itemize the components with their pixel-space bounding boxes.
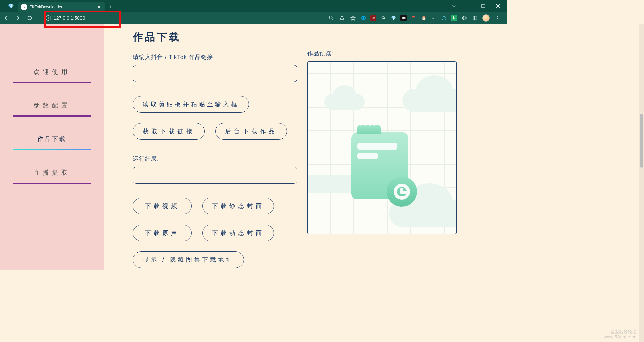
download-video-button[interactable]: 下载视频 — [133, 198, 192, 214]
preview-column: 作品预览: — [307, 30, 457, 270]
toggle-album-button[interactable]: 显示 / 隐藏图集下载地址 — [133, 251, 244, 268]
preview-label: 作品预览: — [307, 50, 457, 57]
paste-clipboard-button[interactable]: 读取剪贴板并粘贴至输入框 — [133, 96, 249, 113]
sidebar-item-config[interactable]: 参数配置 — [13, 101, 91, 117]
extension-idm-icon[interactable]: 🌐 — [360, 15, 366, 21]
main-content: 作品下载 请输入抖音 / TikTok 作品链接: 读取剪贴板并粘贴至输入框 获… — [104, 24, 507, 270]
svg-rect-1 — [482, 4, 485, 8]
result-output[interactable] — [133, 167, 297, 184]
download-dynamic-cover-button[interactable]: 下载动态封面 — [202, 225, 274, 241]
new-tab-button[interactable]: + — [105, 2, 115, 12]
back-icon[interactable] — [3, 15, 10, 21]
cloud-decoration — [402, 89, 457, 112]
svg-rect-7 — [473, 16, 477, 20]
extension-weather-icon[interactable]: 🌤 — [380, 15, 386, 21]
sidepanel-icon[interactable] — [472, 15, 478, 21]
maximize-icon[interactable] — [481, 4, 486, 8]
dropdown-icon[interactable] — [451, 4, 456, 8]
cloud-decoration — [307, 175, 358, 193]
sidebar-item-live[interactable]: 直播提取 — [13, 168, 91, 184]
preview-panel — [307, 61, 457, 234]
svg-line-5 — [332, 19, 333, 20]
get-link-button[interactable]: 获取下载链接 — [133, 123, 205, 140]
reload-icon[interactable] — [26, 15, 33, 21]
bookmark-star-icon[interactable] — [350, 15, 356, 21]
extension-santa-icon[interactable]: 🎅 — [421, 15, 427, 21]
close-window-icon[interactable] — [496, 4, 500, 8]
url-input[interactable] — [133, 65, 297, 82]
result-label: 运行结果: — [133, 155, 297, 163]
titlebar: 💎 ♪ TikTokDownloader ✕ + — [0, 0, 507, 12]
extension-gem-icon[interactable]: 💎 — [390, 15, 396, 21]
browser-toolbar: i 127.0.0.1:5000 🌐 uO 🌤 💎 👀 ☰ 🎅 ఠ ◯ ⬇ — [0, 12, 507, 24]
page-body: 欢迎使用 参数配置 作品下载 直播提取 作品下载 请输入抖音 / TikTok … — [0, 24, 507, 270]
zoom-icon[interactable] — [328, 15, 335, 21]
download-static-cover-button[interactable]: 下载静态封面 — [202, 198, 274, 214]
site-info-icon[interactable]: i — [46, 15, 51, 21]
minimize-icon[interactable] — [466, 4, 471, 8]
extension-download-icon[interactable]: ⬇ — [451, 15, 457, 21]
tab-title: TikTokDownloader — [30, 5, 62, 9]
extension-ublock-icon[interactable]: uO — [370, 15, 376, 21]
window-controls — [445, 0, 507, 12]
browser-tab[interactable]: ♪ TikTokDownloader ✕ — [18, 2, 105, 12]
svg-marker-6 — [351, 16, 355, 20]
share-icon[interactable] — [339, 15, 345, 21]
extension-list-icon[interactable]: ☰ — [411, 15, 417, 21]
address-bar[interactable]: i 127.0.0.1:5000 — [46, 15, 85, 21]
cloud-decoration — [324, 94, 365, 110]
sidebar-item-welcome[interactable]: 欢迎使用 — [13, 68, 91, 83]
toolbar-actions: 🌐 uO 🌤 💎 👀 ☰ 🎅 ఠ ◯ ⬇ ⋮ — [328, 14, 504, 22]
calendar-clock-illustration — [351, 132, 408, 199]
extension-circle-icon[interactable]: ◯ — [441, 15, 447, 21]
svg-point-4 — [329, 16, 332, 19]
url-input-label: 请输入抖音 / TikTok 作品链接: — [133, 53, 297, 61]
page-title: 作品下载 — [133, 30, 297, 44]
close-tab-icon[interactable]: ✕ — [96, 5, 102, 9]
diamond-icon: 💎 — [3, 0, 18, 12]
url-text: 127.0.0.1:5000 — [54, 15, 85, 21]
form-column: 作品下载 请输入抖音 / TikTok 作品链接: 读取剪贴板并粘贴至输入框 获… — [133, 30, 297, 270]
download-audio-button[interactable]: 下载原声 — [133, 225, 192, 241]
sidebar-item-download[interactable]: 作品下载 — [13, 135, 91, 150]
tiktok-favicon-icon: ♪ — [21, 4, 27, 10]
clock-icon — [387, 177, 417, 207]
forward-icon[interactable] — [15, 15, 21, 21]
background-download-button[interactable]: 后台下载作品 — [215, 123, 287, 140]
extension-eyes-icon[interactable]: 👀 — [400, 15, 407, 21]
extensions-puzzle-icon[interactable] — [461, 15, 468, 21]
browser-chrome: 💎 ♪ TikTokDownloader ✕ + — [0, 0, 507, 24]
profile-avatar[interactable] — [482, 14, 490, 22]
browser-menu-icon[interactable]: ⋮ — [494, 15, 502, 21]
extension-cat-icon[interactable]: ఠ — [431, 15, 437, 21]
sidebar: 欢迎使用 参数配置 作品下载 直播提取 — [0, 24, 104, 270]
